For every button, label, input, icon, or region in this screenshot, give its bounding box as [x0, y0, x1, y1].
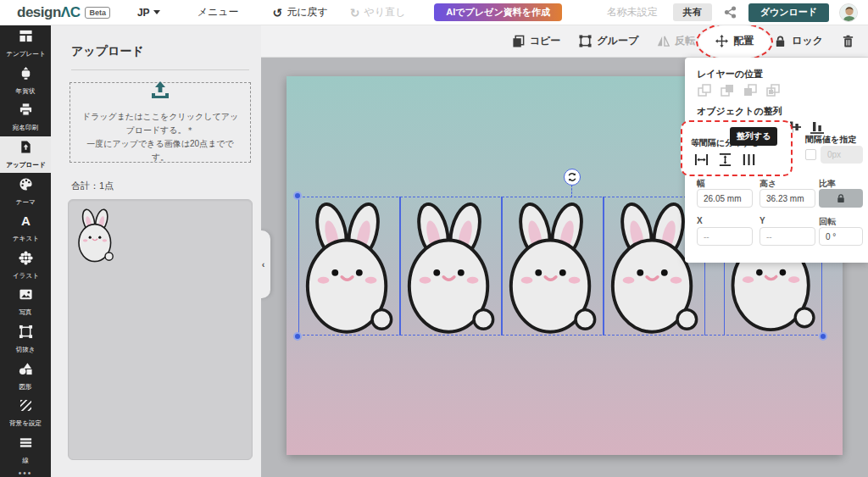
- send-backward-icon[interactable]: [743, 83, 758, 98]
- x-label: X: [697, 216, 703, 225]
- copy-button[interactable]: コピー: [512, 34, 561, 48]
- align-center-h-icon[interactable]: [718, 119, 733, 135]
- distribute-horizontal-icon[interactable]: [694, 153, 709, 167]
- height-input[interactable]: 36.23 mm: [760, 189, 815, 208]
- sidebar-item-label: イラスト: [12, 271, 38, 280]
- bring-forward-icon[interactable]: [720, 83, 735, 98]
- distribute-vertical-icon[interactable]: [718, 153, 732, 167]
- sidebar-item-label: テンプレート: [6, 50, 45, 58]
- sidebar-item-label: テキスト: [12, 235, 38, 243]
- sidebar-item-upload[interactable]: アップロード: [0, 136, 51, 174]
- panel-title: アップロード: [71, 44, 249, 70]
- send-to-back-icon[interactable]: [765, 83, 781, 98]
- left-rail: テンプレート年賀状宛名印刷アップロードテーマAテキストイラスト写真切抜き図形背景…: [0, 25, 51, 477]
- download-button[interactable]: ダウンロード: [748, 3, 829, 22]
- sidebar-item-background[interactable]: 背景を設定: [0, 395, 51, 432]
- sidebar-more-indicator: •••: [0, 469, 51, 477]
- uploaded-images-box: [68, 199, 253, 460]
- canvas-toolbar: コピー グループ 反転 配置 ロック: [261, 25, 868, 58]
- uploaded-bunny-thumbnail[interactable]: [75, 207, 116, 263]
- move-icon: [715, 35, 728, 47]
- distribute-columns-icon[interactable]: [742, 153, 756, 167]
- sidebar-item-photo[interactable]: 写真: [0, 284, 51, 321]
- x-input[interactable]: --: [697, 227, 753, 246]
- upload-file-icon: [19, 140, 33, 158]
- width-input[interactable]: 26.05 mm: [697, 189, 753, 208]
- spacing-input[interactable]: 0px: [821, 146, 863, 164]
- lock-icon: [774, 35, 787, 47]
- document-title[interactable]: 名称未設定: [607, 5, 658, 19]
- flip-button[interactable]: 反転: [657, 34, 695, 48]
- template-grid-icon: [19, 29, 33, 47]
- sidebar-item-nengajo[interactable]: 年賀状: [0, 63, 51, 100]
- app-header: designΛC Beta JP メニュー ↺ 元に戻す ↻ やり直し AIでプ…: [0, 0, 868, 25]
- bunny-object-2[interactable]: [400, 197, 502, 336]
- redo-icon: ↻: [350, 6, 360, 19]
- sidebar-item-label: 写真: [19, 308, 31, 317]
- rotation-input[interactable]: 0 °: [819, 227, 863, 246]
- sidebar-item-line[interactable]: 線: [0, 432, 51, 469]
- spacing-checkbox[interactable]: [805, 149, 816, 160]
- rotate-handle[interactable]: [564, 169, 581, 186]
- align-right-icon[interactable]: [741, 119, 756, 135]
- flower-icon: [19, 251, 33, 269]
- align-icons: [695, 119, 825, 135]
- dropzone-text: ドラッグまたはここをクリックしてアップロードする。＊ 一度にアップできる画像は2…: [79, 110, 242, 164]
- avatar[interactable]: [839, 3, 858, 22]
- newyear-card-icon: [19, 66, 33, 84]
- layer-section-title: レイヤーの位置: [697, 68, 763, 80]
- share-button[interactable]: 共有: [673, 3, 712, 21]
- app-logo[interactable]: designΛC: [17, 4, 80, 21]
- sidebar-item-label: 切抜き: [16, 345, 36, 353]
- align-section-title: オブジェクトの整列: [697, 105, 782, 118]
- sidebar-item-label: 図形: [19, 382, 31, 391]
- sidebar-item-atena[interactable]: 宛名印刷: [0, 99, 51, 136]
- align-top-icon[interactable]: [764, 119, 779, 135]
- ratio-label: 比率: [819, 178, 836, 190]
- sidebar-item-label: アップロード: [6, 160, 45, 169]
- undo-button[interactable]: ↺ 元に戻す: [272, 5, 327, 19]
- upload-dropzone[interactable]: ドラッグまたはここをクリックしてアップロードする。＊ 一度にアップできる画像は2…: [70, 82, 251, 163]
- photo-icon: [19, 287, 33, 305]
- palette-icon: [19, 177, 33, 195]
- delete-button[interactable]: [842, 35, 854, 47]
- sidebar-item-label: 年賀状: [16, 86, 36, 95]
- sidebar-item-illust[interactable]: イラスト: [0, 247, 51, 285]
- bring-to-front-icon[interactable]: [697, 83, 712, 98]
- hatch-icon: [19, 398, 33, 416]
- sidebar-item-theme[interactable]: テーマ: [0, 173, 51, 210]
- sidebar-item-template[interactable]: テンプレート: [0, 25, 51, 63]
- language-selector[interactable]: JP: [137, 7, 160, 19]
- redo-button[interactable]: ↻ やり直し: [350, 5, 406, 19]
- spacing-label: 間隔値を指定: [805, 134, 856, 146]
- sidebar-item-text[interactable]: Aテキスト: [0, 210, 51, 247]
- sidebar-item-shapes[interactable]: 図形: [0, 358, 51, 395]
- sidebar-item-label: テーマ: [15, 197, 35, 206]
- group-button[interactable]: グループ: [579, 34, 638, 48]
- distribute-icons: [694, 153, 756, 167]
- share-nodes-icon[interactable]: [724, 6, 737, 19]
- sidebar-item-crop[interactable]: 切抜き: [0, 321, 51, 358]
- group-icon: [579, 35, 592, 47]
- ratio-lock-button[interactable]: [819, 189, 863, 208]
- selection-handle-bottom-right[interactable]: [819, 332, 827, 341]
- selection-handle-bottom-left[interactable]: [293, 332, 302, 341]
- y-label: Y: [760, 216, 765, 225]
- layer-order-icons: [697, 83, 781, 98]
- ratio-lock-icon: [836, 193, 846, 203]
- sidebar-item-label: 線: [22, 456, 29, 464]
- align-bottom-icon[interactable]: [810, 119, 825, 135]
- ai-presentation-button[interactable]: AIでプレゼン資料を作成: [434, 3, 562, 21]
- lines-icon: [19, 435, 33, 453]
- lock-button[interactable]: ロック: [774, 34, 823, 48]
- selection-handle-top-left[interactable]: [293, 191, 302, 200]
- arrange-button[interactable]: 配置: [714, 34, 755, 48]
- align-middle-v-icon[interactable]: [787, 119, 802, 135]
- bunny-object-3[interactable]: [502, 197, 604, 336]
- y-input[interactable]: --: [760, 227, 815, 246]
- copy-icon: [512, 35, 525, 47]
- rotation-connector: [571, 185, 572, 197]
- menu-button[interactable]: メニュー: [198, 5, 239, 19]
- align-left-icon[interactable]: [695, 119, 710, 135]
- bunny-object-1[interactable]: [298, 197, 400, 336]
